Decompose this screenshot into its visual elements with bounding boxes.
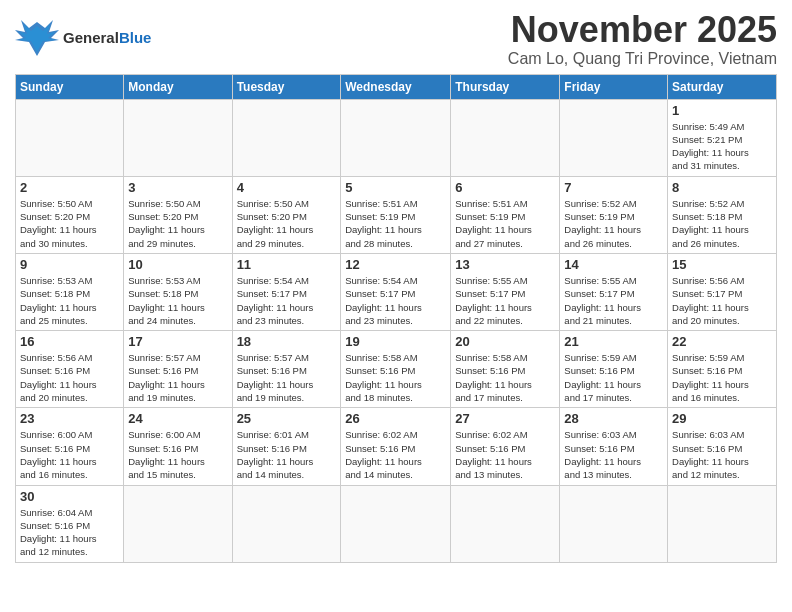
day-info: Sunrise: 5:56 AM Sunset: 5:17 PM Dayligh… [672,274,772,327]
calendar-cell: 3Sunrise: 5:50 AM Sunset: 5:20 PM Daylig… [124,176,232,253]
day-info: Sunrise: 5:56 AM Sunset: 5:16 PM Dayligh… [20,351,119,404]
day-number: 1 [672,103,772,118]
day-number: 23 [20,411,119,426]
header: GeneralBlue November 2025 Cam Lo, Quang … [15,10,777,68]
day-info: Sunrise: 5:57 AM Sunset: 5:16 PM Dayligh… [237,351,337,404]
calendar-cell: 13Sunrise: 5:55 AM Sunset: 5:17 PM Dayli… [451,253,560,330]
calendar-cell [560,485,668,562]
day-number: 5 [345,180,446,195]
calendar-cell: 2Sunrise: 5:50 AM Sunset: 5:20 PM Daylig… [16,176,124,253]
calendar-cell: 1Sunrise: 5:49 AM Sunset: 5:21 PM Daylig… [668,99,777,176]
logo-blue: Blue [119,29,152,46]
day-number: 2 [20,180,119,195]
calendar-cell: 22Sunrise: 5:59 AM Sunset: 5:16 PM Dayli… [668,331,777,408]
calendar-row-0: 1Sunrise: 5:49 AM Sunset: 5:21 PM Daylig… [16,99,777,176]
weekday-header-monday: Monday [124,74,232,99]
day-number: 22 [672,334,772,349]
weekday-header-row: SundayMondayTuesdayWednesdayThursdayFrid… [16,74,777,99]
calendar-cell: 9Sunrise: 5:53 AM Sunset: 5:18 PM Daylig… [16,253,124,330]
calendar-cell: 10Sunrise: 5:53 AM Sunset: 5:18 PM Dayli… [124,253,232,330]
day-info: Sunrise: 5:52 AM Sunset: 5:18 PM Dayligh… [672,197,772,250]
day-info: Sunrise: 5:53 AM Sunset: 5:18 PM Dayligh… [128,274,227,327]
day-info: Sunrise: 6:01 AM Sunset: 5:16 PM Dayligh… [237,428,337,481]
day-info: Sunrise: 5:54 AM Sunset: 5:17 PM Dayligh… [237,274,337,327]
calendar-cell: 11Sunrise: 5:54 AM Sunset: 5:17 PM Dayli… [232,253,341,330]
calendar-cell: 7Sunrise: 5:52 AM Sunset: 5:19 PM Daylig… [560,176,668,253]
day-number: 3 [128,180,227,195]
day-info: Sunrise: 6:02 AM Sunset: 5:16 PM Dayligh… [455,428,555,481]
calendar-cell: 27Sunrise: 6:02 AM Sunset: 5:16 PM Dayli… [451,408,560,485]
weekday-header-wednesday: Wednesday [341,74,451,99]
day-number: 18 [237,334,337,349]
calendar-cell: 6Sunrise: 5:51 AM Sunset: 5:19 PM Daylig… [451,176,560,253]
day-info: Sunrise: 5:57 AM Sunset: 5:16 PM Dayligh… [128,351,227,404]
calendar-cell [232,485,341,562]
day-info: Sunrise: 6:03 AM Sunset: 5:16 PM Dayligh… [564,428,663,481]
calendar-cell: 30Sunrise: 6:04 AM Sunset: 5:16 PM Dayli… [16,485,124,562]
day-info: Sunrise: 5:58 AM Sunset: 5:16 PM Dayligh… [455,351,555,404]
weekday-header-friday: Friday [560,74,668,99]
calendar-cell: 23Sunrise: 6:00 AM Sunset: 5:16 PM Dayli… [16,408,124,485]
day-info: Sunrise: 6:02 AM Sunset: 5:16 PM Dayligh… [345,428,446,481]
location-title: Cam Lo, Quang Tri Province, Vietnam [508,50,777,68]
calendar-cell: 28Sunrise: 6:03 AM Sunset: 5:16 PM Dayli… [560,408,668,485]
calendar-cell [451,485,560,562]
calendar-row-5: 30Sunrise: 6:04 AM Sunset: 5:16 PM Dayli… [16,485,777,562]
calendar-row-2: 9Sunrise: 5:53 AM Sunset: 5:18 PM Daylig… [16,253,777,330]
day-info: Sunrise: 6:00 AM Sunset: 5:16 PM Dayligh… [20,428,119,481]
day-number: 30 [20,489,119,504]
calendar-row-1: 2Sunrise: 5:50 AM Sunset: 5:20 PM Daylig… [16,176,777,253]
calendar-row-4: 23Sunrise: 6:00 AM Sunset: 5:16 PM Dayli… [16,408,777,485]
calendar-cell: 5Sunrise: 5:51 AM Sunset: 5:19 PM Daylig… [341,176,451,253]
weekday-header-tuesday: Tuesday [232,74,341,99]
calendar-cell: 15Sunrise: 5:56 AM Sunset: 5:17 PM Dayli… [668,253,777,330]
day-info: Sunrise: 5:59 AM Sunset: 5:16 PM Dayligh… [672,351,772,404]
calendar-cell: 17Sunrise: 5:57 AM Sunset: 5:16 PM Dayli… [124,331,232,408]
day-info: Sunrise: 5:49 AM Sunset: 5:21 PM Dayligh… [672,120,772,173]
day-number: 21 [564,334,663,349]
day-number: 25 [237,411,337,426]
day-info: Sunrise: 5:50 AM Sunset: 5:20 PM Dayligh… [20,197,119,250]
day-number: 26 [345,411,446,426]
title-area: November 2025 Cam Lo, Quang Tri Province… [508,10,777,68]
calendar-cell: 16Sunrise: 5:56 AM Sunset: 5:16 PM Dayli… [16,331,124,408]
calendar-cell: 12Sunrise: 5:54 AM Sunset: 5:17 PM Dayli… [341,253,451,330]
day-number: 29 [672,411,772,426]
calendar-cell: 24Sunrise: 6:00 AM Sunset: 5:16 PM Dayli… [124,408,232,485]
day-number: 8 [672,180,772,195]
day-number: 27 [455,411,555,426]
calendar-cell [232,99,341,176]
day-info: Sunrise: 6:03 AM Sunset: 5:16 PM Dayligh… [672,428,772,481]
calendar-cell [560,99,668,176]
logo: GeneralBlue [15,18,151,56]
calendar-table: SundayMondayTuesdayWednesdayThursdayFrid… [15,74,777,563]
day-info: Sunrise: 5:54 AM Sunset: 5:17 PM Dayligh… [345,274,446,327]
day-info: Sunrise: 5:58 AM Sunset: 5:16 PM Dayligh… [345,351,446,404]
calendar-row-3: 16Sunrise: 5:56 AM Sunset: 5:16 PM Dayli… [16,331,777,408]
calendar-cell: 25Sunrise: 6:01 AM Sunset: 5:16 PM Dayli… [232,408,341,485]
logo-icon [15,18,59,56]
day-info: Sunrise: 5:55 AM Sunset: 5:17 PM Dayligh… [564,274,663,327]
day-info: Sunrise: 5:51 AM Sunset: 5:19 PM Dayligh… [345,197,446,250]
day-number: 7 [564,180,663,195]
weekday-header-sunday: Sunday [16,74,124,99]
day-info: Sunrise: 6:04 AM Sunset: 5:16 PM Dayligh… [20,506,119,559]
day-number: 9 [20,257,119,272]
weekday-header-thursday: Thursday [451,74,560,99]
day-number: 13 [455,257,555,272]
day-number: 28 [564,411,663,426]
calendar-cell [341,99,451,176]
calendar-cell [124,99,232,176]
calendar-cell: 29Sunrise: 6:03 AM Sunset: 5:16 PM Dayli… [668,408,777,485]
day-number: 10 [128,257,227,272]
day-number: 14 [564,257,663,272]
calendar-cell: 19Sunrise: 5:58 AM Sunset: 5:16 PM Dayli… [341,331,451,408]
day-number: 6 [455,180,555,195]
calendar-cell [668,485,777,562]
calendar-cell [124,485,232,562]
day-number: 20 [455,334,555,349]
day-number: 17 [128,334,227,349]
weekday-header-saturday: Saturday [668,74,777,99]
calendar-cell: 18Sunrise: 5:57 AM Sunset: 5:16 PM Dayli… [232,331,341,408]
day-number: 16 [20,334,119,349]
